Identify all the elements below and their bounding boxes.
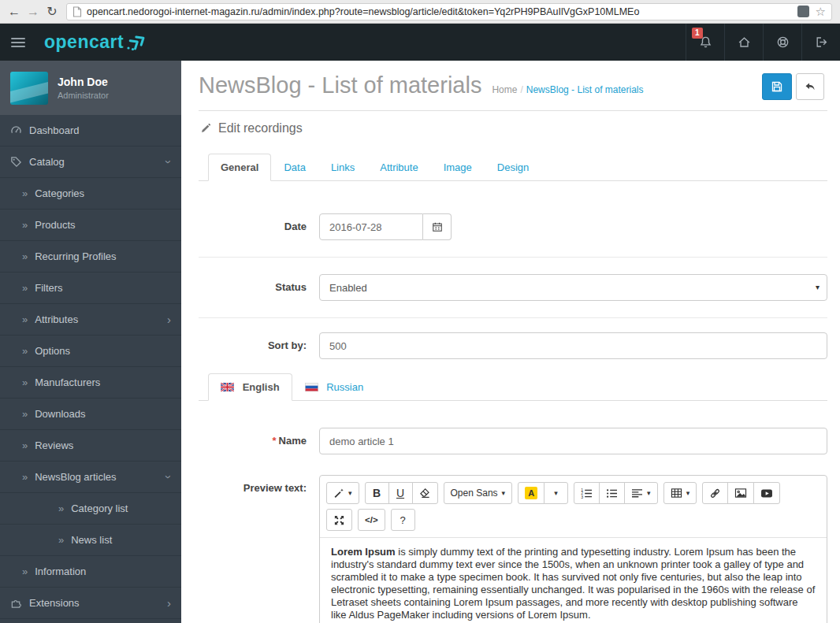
sidebar-item-filters[interactable]: » Filters xyxy=(0,273,181,304)
style-dropdown-button[interactable]: ▾ xyxy=(326,482,359,504)
sidebar-item-newsblog-articles[interactable]: » NewsBlog articles › xyxy=(0,462,181,493)
browser-toolbar: ← → ↻ opencart.nedorogoi-internet-magazi… xyxy=(0,0,840,24)
save-button[interactable] xyxy=(762,73,792,100)
sidebar-item-categories[interactable]: » Categories xyxy=(0,178,181,210)
sidebar-item-downloads[interactable]: » Downloads xyxy=(0,399,181,430)
image-button[interactable] xyxy=(727,482,754,504)
date-input-group xyxy=(319,213,452,240)
date-input[interactable] xyxy=(319,213,423,240)
tab-design[interactable]: Design xyxy=(485,154,541,181)
color-group: A ▾ xyxy=(518,482,568,504)
angle-double-right-icon: » xyxy=(22,472,28,482)
navbar-right: 1 xyxy=(686,24,840,61)
required-asterisk: * xyxy=(273,435,277,447)
editor-content[interactable]: Lorem Ipsum is simply dummy text of the … xyxy=(320,538,827,623)
breadcrumb-home-link[interactable]: Home xyxy=(492,84,517,95)
home-button[interactable] xyxy=(724,24,763,61)
unordered-list-icon xyxy=(606,488,618,499)
fullscreen-button[interactable] xyxy=(326,509,352,531)
sidebar-item-products[interactable]: » Products xyxy=(0,210,181,241)
navbar-left: opencart xyxy=(0,24,152,61)
help-button[interactable]: ? xyxy=(391,509,415,531)
text-color-button[interactable]: A xyxy=(518,482,545,504)
address-bar[interactable]: opencart.nedorogoi-internet-magazin.ru/a… xyxy=(66,3,832,20)
menu-toggle-button[interactable] xyxy=(0,24,36,61)
bold-button[interactable]: B xyxy=(365,482,389,504)
breadcrumb-current-link[interactable]: NewsBlog - List of materials xyxy=(526,84,644,95)
preview-control: ▾ B U xyxy=(319,475,827,623)
sidebar-item-manufacturers[interactable]: » Manufacturers xyxy=(0,367,181,399)
home-icon xyxy=(738,35,751,49)
angle-double-right-icon: » xyxy=(22,314,28,324)
tab-data[interactable]: Data xyxy=(271,154,318,181)
video-button[interactable] xyxy=(753,482,780,504)
codeview-group: </> xyxy=(358,509,385,531)
sidebar-item-label: Attributes xyxy=(35,313,78,325)
page-icon xyxy=(72,6,82,17)
user-name: John Doe xyxy=(58,76,109,88)
form-group-status: Status Enabled ▾ xyxy=(199,258,827,318)
font-family-dropdown[interactable]: Open Sans ▾ xyxy=(444,482,513,504)
toolbar-row-2: </> ? xyxy=(326,509,820,531)
bookmark-star-icon[interactable]: ☆ xyxy=(816,6,826,17)
sidebar-item-label: Dashboard xyxy=(29,124,80,136)
dashboard-icon xyxy=(10,124,22,136)
sidebar-item-reviews[interactable]: » Reviews xyxy=(0,430,181,462)
browser-refresh-button[interactable]: ↻ xyxy=(43,4,61,19)
tab-links[interactable]: Links xyxy=(318,154,367,181)
sort-label: Sort by: xyxy=(199,332,319,359)
angle-double-right-icon: » xyxy=(22,377,28,388)
tab-language-english[interactable]: English xyxy=(208,373,292,401)
form-group-sort: Sort by: xyxy=(199,318,827,372)
panel-heading: Edit recordings xyxy=(199,111,827,146)
tab-image[interactable]: Image xyxy=(431,154,485,181)
edit-form: Date xyxy=(199,181,827,623)
tab-language-russian[interactable]: Russian xyxy=(292,373,377,401)
underline-button[interactable]: U xyxy=(388,482,413,504)
ordered-list-button[interactable]: 123 xyxy=(574,482,600,504)
sidebar-item-options[interactable]: » Options xyxy=(0,336,181,367)
sidebar-item-catalog[interactable]: Catalog › xyxy=(0,146,181,178)
save-icon xyxy=(771,80,783,93)
angle-double-right-icon: » xyxy=(22,251,28,261)
sort-input[interactable] xyxy=(319,332,827,359)
sidebar-item-label: NewsBlog articles xyxy=(35,471,116,483)
sidebar-item-information[interactable]: » Information xyxy=(0,556,181,588)
sidebar-item-category-list[interactable]: » Category list xyxy=(0,493,181,525)
support-button[interactable] xyxy=(763,24,801,61)
logout-button[interactable] xyxy=(801,24,840,61)
sidebar-item-extensions[interactable]: Extensions › xyxy=(0,588,181,619)
fullscreen-group xyxy=(326,509,352,531)
font-family-group: Open Sans ▾ xyxy=(444,482,513,504)
sidebar-item-news-list[interactable]: » News list xyxy=(0,525,181,556)
sidebar-item-label: Reviews xyxy=(35,439,73,451)
name-input[interactable] xyxy=(319,428,827,454)
select-caret-icon: ▾ xyxy=(816,284,820,291)
opencart-logo[interactable]: opencart xyxy=(44,32,152,53)
remove-format-button[interactable] xyxy=(412,482,438,504)
puzzle-icon xyxy=(10,597,22,609)
breadcrumb-separator: / xyxy=(520,84,522,95)
caret-down-icon: ▾ xyxy=(554,490,558,497)
code-view-button[interactable]: </> xyxy=(358,509,385,531)
link-button[interactable] xyxy=(702,482,728,504)
sidebar-item-attributes[interactable]: » Attributes › xyxy=(0,304,181,336)
back-button[interactable] xyxy=(796,73,824,100)
date-label: Date xyxy=(199,213,319,240)
form-group-date: Date xyxy=(199,197,827,258)
status-select[interactable]: Enabled ▾ xyxy=(319,274,827,301)
tab-general[interactable]: General xyxy=(208,154,271,181)
sidebar-item-recurring-profiles[interactable]: » Recurring Profiles xyxy=(0,241,181,273)
calendar-button[interactable] xyxy=(423,213,452,240)
tab-attribute[interactable]: Attribute xyxy=(367,154,430,181)
opencart-logo-text: opencart xyxy=(44,32,124,53)
table-dropdown-button[interactable]: ▾ xyxy=(663,482,697,504)
sidebar-item-dashboard[interactable]: Dashboard xyxy=(0,115,181,146)
browser-forward-button[interactable]: → xyxy=(24,5,43,19)
unordered-list-button[interactable] xyxy=(599,482,625,504)
notifications-button[interactable]: 1 xyxy=(686,24,724,61)
browser-back-button[interactable]: ← xyxy=(5,5,24,19)
text-color-caret-button[interactable]: ▾ xyxy=(544,482,568,504)
align-dropdown-button[interactable]: ▾ xyxy=(624,482,658,504)
extension-icon[interactable] xyxy=(797,6,809,17)
